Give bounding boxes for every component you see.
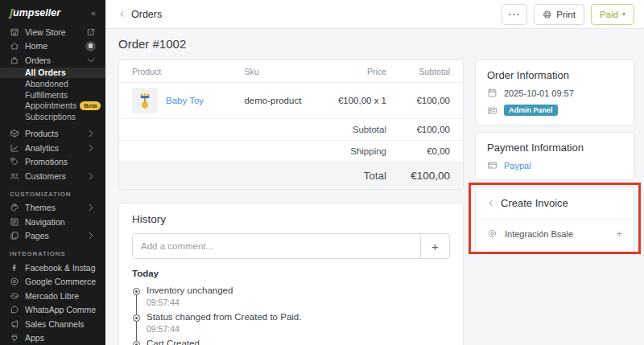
summary-row-total: Total €100,00 (119, 162, 463, 189)
sidebar-item-navigation[interactable]: Navigation (0, 215, 105, 229)
sidebar-subitem-fulfillments[interactable]: Fulfillments (0, 89, 105, 101)
box-icon (10, 129, 19, 138)
product-thumbnail (132, 88, 158, 113)
chart-icon (10, 143, 19, 153)
pages-icon (10, 231, 19, 240)
topbar: Orders ··· Print Paid ▾ (105, 0, 644, 29)
more-actions-button[interactable]: ··· (502, 4, 528, 25)
create-invoice-title: Create Invoice (501, 197, 568, 209)
payment-method-link[interactable]: Paypal (504, 161, 531, 170)
users-icon (10, 171, 19, 181)
sidebar-logo-row: ʃumpseller « (0, 0, 105, 25)
printer-icon (543, 10, 552, 19)
product-price: €100,00 x 1 (327, 96, 386, 105)
sidebar-item-sales-channels[interactable]: Sales Channels (0, 317, 105, 331)
create-invoice-card: Create Invoice Integración Bsale + (475, 187, 634, 253)
sidebar-subitem-subscriptions[interactable]: Subscriptions (0, 111, 105, 122)
chevron-right-icon (86, 129, 96, 138)
beta-badge: Beta (80, 101, 101, 110)
section-header-integrations: INTEGRATIONS (0, 243, 105, 261)
chevron-right-icon (86, 171, 96, 181)
order-status-dropdown[interactable]: Paid ▾ (591, 4, 634, 25)
app-window: ʃumpseller « View Store Home Orders All … (0, 0, 644, 345)
sidebar-item-customers[interactable]: Customers (0, 169, 105, 183)
table-header: Product Sku Price Subtotal (119, 60, 463, 83)
timeline-item: Cart Created. 09:57:31 by manelitomateus… (133, 339, 450, 345)
external-link-icon (86, 27, 96, 37)
credit-card-icon (487, 160, 497, 170)
sidebar-item-label: Home (25, 41, 80, 51)
summary-row-subtotal: Subtotal €100,00 (119, 119, 463, 141)
gear-icon (487, 228, 497, 239)
sidebar-item-view-store[interactable]: View Store (0, 25, 105, 39)
sidebar-item-google-commerce[interactable]: Google Commerce (0, 275, 105, 290)
channel-badge: Admin Panel (504, 105, 558, 116)
chevron-right-icon (86, 143, 96, 153)
back-to-orders-link[interactable]: Orders (118, 9, 162, 20)
content: Order #1002 Product Sku Price Subtotal (105, 29, 644, 345)
column-header-product: Product (132, 67, 244, 76)
timeline-dot (133, 341, 140, 345)
sidebar-item-themes[interactable]: Themes (0, 201, 105, 216)
section-header-customization: CUSTOMIZATION (0, 183, 105, 201)
sidebar-item-whatsapp-commerce[interactable]: WhatsApp Commerce (0, 303, 105, 318)
timeline-item: Inventory unchanged 09:57:44 (133, 285, 450, 312)
palette-icon (10, 203, 19, 212)
page-title: Order #1002 (118, 37, 634, 51)
sidebar-subitem-abandoned[interactable]: Abandoned (0, 78, 105, 89)
payment-information-card: Payment Information Paypal (475, 132, 634, 180)
order-items-card: Product Sku Price Subtotal (118, 60, 464, 190)
chevron-right-icon (86, 203, 96, 212)
comment-group: + (132, 233, 450, 259)
sidebar-item-label: View Store (25, 27, 80, 37)
column-header-subtotal: Subtotal (386, 67, 450, 76)
status-badge: Paid (600, 10, 618, 19)
history-card: History + Today Inventory unchanged 09:5… (118, 203, 464, 345)
history-timeline: Inventory unchanged 09:57:44 Status chan… (133, 285, 450, 345)
timeline-item: Status changed from Created to Paid. 09:… (133, 312, 450, 339)
caret-down-icon: ▾ (622, 10, 625, 18)
whatsapp-icon (10, 305, 19, 314)
timeline-dot (133, 314, 140, 322)
plug-icon (10, 333, 19, 343)
jumpseller-logo: ʃumpseller (10, 7, 60, 18)
shopping-bag-icon (10, 55, 19, 65)
tag-icon (10, 157, 19, 166)
payment-information-title: Payment Information (487, 142, 622, 154)
sidebar-item-products[interactable]: Products (0, 127, 105, 142)
integration-label: Integración Bsale (505, 229, 573, 239)
product-sku: demo-product (244, 96, 326, 105)
facebook-icon (10, 263, 19, 273)
sidebar-item-orders[interactable]: Orders (0, 53, 105, 68)
sidebar-item-home[interactable]: Home (0, 39, 105, 54)
sidebar-item-pages[interactable]: Pages (0, 229, 105, 244)
print-button[interactable]: Print (534, 4, 584, 25)
create-invoice-header[interactable]: Create Invoice (476, 187, 634, 220)
id-card-icon (487, 105, 497, 116)
comment-input[interactable] (132, 233, 421, 259)
sidebar-item-label: Orders (25, 55, 80, 65)
product-link[interactable]: Baby Toy (166, 96, 204, 105)
history-day-label: Today (132, 269, 450, 278)
sidebar-collapse-icon[interactable]: « (91, 8, 96, 18)
sidebar-subitem-all-orders[interactable]: All Orders (0, 68, 105, 79)
sidebar-item-apps[interactable]: Apps (0, 331, 105, 345)
home-notification-badge (85, 41, 96, 51)
sidebar-item-promotions[interactable]: Promotions (0, 155, 105, 170)
product-subtotal: €100,00 (386, 96, 450, 105)
main-area: Orders ··· Print Paid ▾ Order #1002 (105, 0, 644, 345)
sidebar-item-analytics[interactable]: Analytics (0, 141, 105, 155)
sidebar-subitem-appointments[interactable]: AppointmentsBeta (0, 100, 105, 111)
invoice-integration-row: Integración Bsale + (476, 220, 634, 253)
add-invoice-button[interactable]: + (616, 228, 622, 239)
calendar-icon (487, 88, 497, 98)
chevron-left-icon (487, 199, 494, 207)
add-comment-button[interactable]: + (421, 233, 450, 259)
column-header-sku: Sku (244, 67, 326, 76)
megaphone-icon (10, 319, 19, 329)
sidebar: ʃumpseller « View Store Home Orders All … (0, 0, 105, 345)
mercado-libre-icon (10, 291, 19, 301)
sidebar-item-mercado-libre[interactable]: Mercado Libre (0, 289, 105, 303)
menu-square-icon (10, 217, 19, 227)
sidebar-item-facebook-instagram[interactable]: Facebook & Instagram (0, 261, 105, 275)
